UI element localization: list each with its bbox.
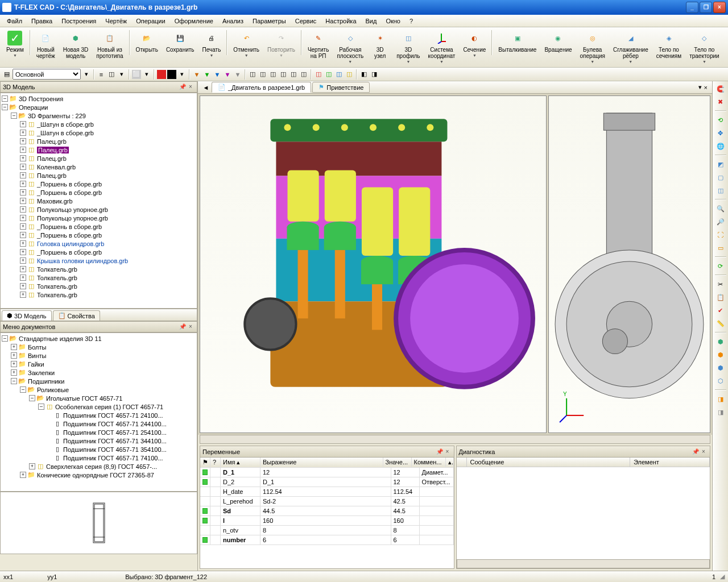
color-dropdown-2[interactable]: ▾ [177, 70, 187, 79]
menu-service[interactable]: Сервис [291, 16, 321, 26]
linetype-icon[interactable]: ≡ [97, 70, 106, 79]
iso-icon[interactable]: ◫ [715, 185, 726, 196]
boolean-button[interactable]: ◎Булева операция▼ [576, 29, 609, 65]
snap-icon[interactable]: 🧲 [715, 83, 726, 94]
misc-icon-2[interactable]: ◨ [370, 70, 379, 79]
variable-row[interactable]: n_otv88 [200, 526, 454, 535]
menu-operations[interactable]: Операции [131, 16, 169, 26]
body-sections-button[interactable]: ◈Тело по сечениям [652, 29, 685, 61]
close-panel-icon[interactable]: × [700, 448, 708, 456]
workplane-button[interactable]: ◇Рабочая плоскость▼ [333, 29, 367, 65]
open-button[interactable]: 📂Открыть [132, 29, 162, 55]
coord-system-button[interactable]: Система координат▼ [424, 29, 460, 65]
expr-col[interactable]: Выражение [260, 458, 383, 467]
render-2-icon[interactable]: ⬢ [715, 349, 726, 360]
revolve-button[interactable]: ◉Вращение [540, 29, 576, 55]
help-col[interactable]: ? [210, 458, 221, 467]
filter-icon-3[interactable]: ▼ [213, 70, 222, 79]
body-trajectory-button[interactable]: ◇Тело по траектории▼ [685, 29, 723, 65]
select-icon-6[interactable]: ◫ [299, 70, 308, 79]
3d-node-button[interactable]: ✶3D узел [367, 29, 392, 61]
orbit-icon[interactable]: 🌐 [715, 140, 726, 152]
expand-icon[interactable]: – [2, 104, 8, 110]
tree-item[interactable]: +◫Палец.grb [2, 154, 196, 163]
red-swatch[interactable] [157, 70, 166, 79]
tree-item[interactable]: +◫Толкатель.grb [2, 273, 196, 282]
maximize-button[interactable]: ❐ [700, 2, 712, 13]
tab-properties[interactable]: 📋Свойства [53, 310, 100, 321]
print-button[interactable]: 🖨Печать▼ [198, 29, 225, 59]
name-col[interactable]: Имя ▴ [221, 458, 260, 467]
filter-icon-5[interactable]: ▼ [233, 70, 242, 79]
menu-file[interactable]: Файл [2, 16, 27, 26]
close-panel-icon[interactable]: × [187, 83, 195, 91]
menu-drawing[interactable]: Чертёж [101, 16, 131, 26]
menu-window[interactable]: Окно [381, 16, 405, 26]
menu-annotate[interactable]: Оформление [170, 16, 218, 26]
pin-icon[interactable]: 📌 [179, 323, 187, 331]
check-icon[interactable]: ✔ [715, 305, 726, 316]
select-icon-4[interactable]: ◫ [279, 70, 288, 79]
expand-icon[interactable]: – [11, 113, 17, 119]
cube-red-icon[interactable]: ◫ [314, 70, 323, 79]
undo-button[interactable]: ↶Отменить▼ [229, 29, 263, 59]
pin-icon[interactable]: 📌 [692, 448, 700, 456]
library-part[interactable]: ▯Подшипник ГОСТ 4657-71 254100... [2, 428, 196, 436]
layer-selector[interactable]: Основной [13, 69, 81, 80]
minimize-button[interactable]: _ [686, 2, 698, 13]
axis-icon[interactable]: ✖ [715, 96, 726, 107]
resize-grip[interactable]: ◢ [715, 573, 725, 580]
edge-icon[interactable]: ▢ [715, 172, 726, 183]
tree-item[interactable]: +◫_Поршень в сборе.grb [2, 231, 196, 239]
expand-icon[interactable]: – [2, 95, 8, 102]
tree-item[interactable]: +◫Маховик.grb [2, 197, 196, 205]
menu-edit[interactable]: Правка [27, 16, 57, 26]
tree-item[interactable]: +◫_Шатун в сборе.grb [2, 128, 196, 137]
tree-item[interactable]: +◫Палец.grb [2, 146, 196, 154]
library-part[interactable]: ▯Подшипник ГОСТ 4657-71 354100... [2, 445, 196, 454]
tree-item[interactable]: +◫_Поршень в сборе.grb [2, 180, 196, 188]
tree-item[interactable]: +◫Толкатель.grb [2, 265, 196, 273]
black-swatch[interactable] [167, 70, 176, 79]
menu-construct[interactable]: Построения [57, 16, 101, 26]
variable-row[interactable]: l160160 [200, 516, 454, 526]
filter-icon-1[interactable]: ▼ [192, 70, 201, 79]
diagnostics-body[interactable] [457, 467, 710, 559]
cube-yellow-icon[interactable]: ◫ [345, 70, 354, 79]
extrude-button[interactable]: ▣Выталкивание [494, 29, 540, 55]
regen-icon[interactable]: ⟳ [715, 260, 726, 272]
library-tree[interactable]: –📂Стандартные изделия 3D 11 +📁Болты +📁Ви… [0, 332, 197, 492]
measure-icon[interactable]: 📏 [715, 318, 726, 329]
layers-icon[interactable]: ▤ [2, 70, 11, 79]
render-1-icon[interactable]: ⬢ [715, 336, 726, 347]
tab-close[interactable]: × [702, 84, 710, 91]
tree-item[interactable]: +◫Полукольцо упорное.grb [2, 205, 196, 214]
tab-3d-model[interactable]: ⬢3D Модель [2, 310, 52, 321]
render-3-icon[interactable]: ⬢ [715, 362, 726, 373]
rotate-icon[interactable]: ⟲ [715, 114, 726, 126]
tree-item[interactable]: +◫_Поршень в сборе.grb [2, 222, 196, 231]
menu-analysis[interactable]: Анализ [218, 16, 248, 26]
zoom-in-icon[interactable]: 🔍 [715, 203, 726, 214]
color-dropdown[interactable]: ▾ [117, 70, 126, 79]
zoom-out-icon[interactable]: 🔎 [715, 216, 726, 227]
new-3d-model-button[interactable]: ⬢Новая 3D модель [59, 29, 93, 61]
select-icon-3[interactable]: ◫ [268, 70, 278, 79]
tree-item[interactable]: +◫_Поршень в сборе.grb [2, 188, 196, 197]
cube-blue-icon[interactable]: ◫ [334, 70, 344, 79]
menu-setup[interactable]: Настройка [321, 16, 361, 26]
new-drawing-button[interactable]: 📄Новый чертёж [32, 29, 59, 61]
render-4-icon[interactable]: ⬡ [715, 375, 726, 386]
select-icon-2[interactable]: ◫ [258, 70, 267, 79]
tree-item[interactable]: +◫Крышка головки цилиндров.grb [2, 256, 196, 265]
library-part[interactable]: ▯Подшипник ГОСТ 4657-71 74100... [2, 454, 196, 462]
tab-scroll-left[interactable]: ◄ [200, 84, 212, 91]
diag-hscroll[interactable] [457, 559, 710, 568]
library-part[interactable]: ▯Подшипник ГОСТ 4657-71 344100... [2, 436, 196, 445]
pan-icon[interactable]: ✥ [715, 127, 726, 139]
element-col[interactable]: Элемент [630, 458, 710, 467]
close-button[interactable]: × [713, 2, 726, 13]
menu-help[interactable]: ? [405, 16, 417, 26]
message-col[interactable]: Сообщение [467, 458, 631, 467]
pin-icon[interactable]: 📌 [436, 448, 444, 456]
